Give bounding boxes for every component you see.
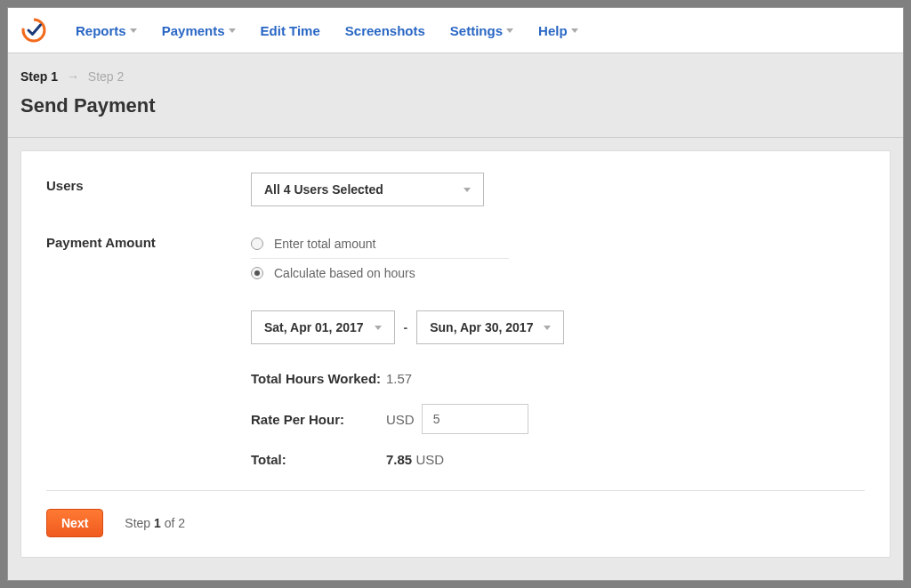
step-note-current: 1 bbox=[154, 516, 161, 530]
form-footer: Next Step 1 of 2 bbox=[46, 490, 865, 537]
nav-label: Settings bbox=[450, 23, 503, 38]
users-row: Users All 4 Users Selected bbox=[46, 173, 865, 206]
radio-icon bbox=[251, 238, 263, 250]
total-hours-line: Total Hours Worked: 1.57 bbox=[251, 371, 865, 386]
payment-amount-row: Payment Amount Enter total amount Calcul… bbox=[46, 230, 865, 467]
nav-settings[interactable]: Settings bbox=[450, 23, 513, 38]
top-nav: Reports Payments Edit Time Screenshots S… bbox=[8, 8, 903, 53]
users-label: Users bbox=[46, 173, 251, 193]
nav-label: Screenshots bbox=[345, 23, 425, 38]
total-line: Total: 7.85 USD bbox=[251, 452, 865, 467]
chevron-down-icon bbox=[130, 28, 137, 33]
page-header: Step 1 → Step 2 Send Payment bbox=[8, 53, 903, 138]
chevron-down-icon bbox=[464, 188, 471, 192]
total-value: 7.85 USD bbox=[386, 452, 444, 467]
nav-label: Edit Time bbox=[261, 23, 320, 38]
nav-label: Payments bbox=[162, 23, 225, 38]
rate-label: Rate Per Hour: bbox=[251, 412, 386, 427]
total-amount: 7.85 bbox=[386, 452, 412, 467]
form-panel: Users All 4 Users Selected Payment Amoun… bbox=[20, 150, 891, 558]
rate-input[interactable] bbox=[422, 404, 528, 434]
date-start-value: Sat, Apr 01, 2017 bbox=[264, 320, 364, 334]
nav-help[interactable]: Help bbox=[538, 23, 578, 38]
radio-icon bbox=[251, 267, 263, 279]
arrow-right-icon: → bbox=[67, 69, 79, 84]
chevron-down-icon bbox=[544, 326, 551, 330]
radio-label: Calculate based on hours bbox=[274, 266, 415, 280]
nav-reports[interactable]: Reports bbox=[76, 23, 137, 38]
content-area: Users All 4 Users Selected Payment Amoun… bbox=[8, 138, 903, 580]
nav-label: Help bbox=[538, 23, 568, 38]
chevron-down-icon bbox=[229, 28, 236, 33]
total-label: Total: bbox=[251, 452, 386, 467]
date-range-row: Sat, Apr 01, 2017 - Sun, Apr 30, 2017 bbox=[251, 310, 865, 344]
step-note: Step 1 of 2 bbox=[125, 516, 185, 530]
svg-point-0 bbox=[23, 20, 44, 41]
radio-enter-total[interactable]: Enter total amount bbox=[251, 230, 509, 259]
rate-currency: USD bbox=[386, 412, 415, 427]
step-breadcrumb: Step 1 → Step 2 bbox=[20, 69, 891, 84]
radio-calculate-hours[interactable]: Calculate based on hours bbox=[251, 259, 509, 287]
payment-amount-label: Payment Amount bbox=[46, 230, 251, 250]
step-inactive: Step 2 bbox=[88, 69, 124, 84]
date-end-value: Sun, Apr 30, 2017 bbox=[430, 320, 533, 334]
total-hours-label: Total Hours Worked: bbox=[251, 371, 386, 386]
nav-screenshots[interactable]: Screenshots bbox=[345, 23, 425, 38]
step-note-suffix: of 2 bbox=[161, 516, 185, 530]
next-button[interactable]: Next bbox=[46, 509, 103, 537]
total-hours-value: 1.57 bbox=[386, 371, 412, 386]
step-active: Step 1 bbox=[20, 69, 58, 84]
date-range-separator: - bbox=[404, 320, 408, 334]
chevron-down-icon bbox=[375, 326, 382, 330]
radio-label: Enter total amount bbox=[274, 237, 375, 251]
logo-icon bbox=[20, 17, 47, 44]
users-dropdown-value: All 4 Users Selected bbox=[264, 182, 383, 197]
page-title: Send Payment bbox=[20, 94, 891, 117]
nav-edit-time[interactable]: Edit Time bbox=[261, 23, 320, 38]
date-start-picker[interactable]: Sat, Apr 01, 2017 bbox=[251, 310, 395, 344]
chevron-down-icon bbox=[506, 28, 513, 33]
payment-amount-radio-group: Enter total amount Calculate based on ho… bbox=[251, 230, 509, 287]
nav-label: Reports bbox=[76, 23, 126, 38]
nav-payments[interactable]: Payments bbox=[162, 23, 236, 38]
rate-per-hour-line: Rate Per Hour: USD bbox=[251, 404, 865, 434]
date-end-picker[interactable]: Sun, Apr 30, 2017 bbox=[416, 310, 564, 344]
users-dropdown[interactable]: All 4 Users Selected bbox=[251, 173, 484, 206]
app-window: Reports Payments Edit Time Screenshots S… bbox=[7, 7, 904, 581]
step-note-prefix: Step bbox=[125, 516, 154, 530]
total-currency: USD bbox=[415, 452, 444, 467]
chevron-down-icon bbox=[571, 28, 578, 33]
